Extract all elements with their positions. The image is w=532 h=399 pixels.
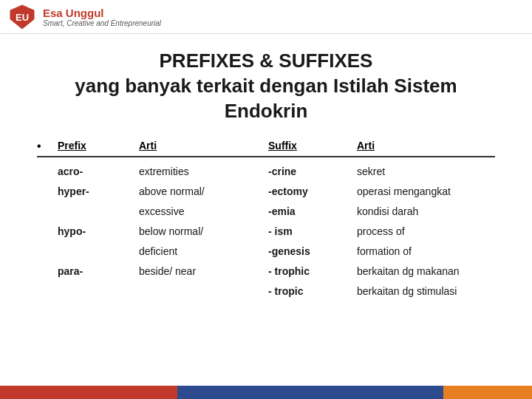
suffix-cell: - ism: [268, 224, 357, 239]
suffix-cell: -ectomy: [268, 184, 357, 200]
bullet-col-header: •: [37, 140, 58, 153]
prefix-cell: acro-: [58, 164, 139, 180]
footer-orange: [443, 386, 532, 399]
table-row: excessive -emia kondisi darah: [37, 202, 495, 222]
table-row: - tropic berkaitan dg stimulasi: [37, 282, 495, 301]
arti2-cell: berkaitan dg stimulasi: [357, 284, 495, 299]
arti2-cell: operasi mengangkat: [357, 184, 495, 200]
table-row: para- beside/ near - trophic berkaitan d…: [37, 262, 495, 282]
table-row: hyper- above normal/ -ectomy operasi men…: [37, 182, 495, 202]
prefix-cell: para-: [58, 264, 139, 279]
suffix-cell: -genesis: [268, 244, 357, 259]
arti1-cell: deficient: [139, 244, 268, 259]
col-suffix-header: Suffix: [268, 140, 357, 153]
title-line3: Endokrin: [37, 99, 495, 124]
suffix-cell: - trophic: [268, 264, 357, 279]
logo-icon: EU: [9, 4, 35, 30]
table-body: acro- extremities -crine sekret hyper- a…: [37, 162, 495, 301]
suffix-cell: -emia: [268, 204, 357, 219]
table-row: deficient -genesis formation of: [37, 242, 495, 262]
table-row: acro- extremities -crine sekret: [37, 162, 495, 182]
main-content: PREFIXES & SUFFIXES yang banyak terkait …: [0, 34, 532, 316]
tagline: Smart, Creative and Entrepreneurial: [43, 19, 161, 27]
col-arti1-header: Arti: [139, 140, 268, 153]
footer-blue: [177, 386, 443, 399]
slide-title: PREFIXES & SUFFIXES yang banyak terkait …: [37, 49, 495, 123]
table-header-row: • Prefix Arti Suffix Arti: [37, 140, 495, 157]
arti2-cell: process of: [357, 224, 495, 239]
arti1-cell: extremities: [139, 164, 268, 180]
title-line1: PREFIXES & SUFFIXES: [37, 49, 495, 74]
logo-area: EU Esa Unggul Smart, Creative and Entrep…: [9, 4, 161, 30]
prefix-cell: hypo-: [58, 224, 139, 239]
arti2-cell: formation of: [357, 244, 495, 259]
logo-text-group: Esa Unggul Smart, Creative and Entrepren…: [43, 7, 161, 27]
suffix-cell: -crine: [268, 164, 357, 180]
arti1-cell: below normal/: [139, 224, 268, 239]
svg-text:EU: EU: [16, 12, 29, 23]
footer-bar: [0, 386, 532, 399]
arti1-cell: beside/ near: [139, 264, 268, 279]
arti2-cell: sekret: [357, 164, 495, 180]
arti2-cell: kondisi darah: [357, 204, 495, 219]
suffix-cell: - tropic: [268, 284, 357, 299]
table: • Prefix Arti Suffix Arti acro- extremit…: [37, 140, 495, 301]
arti2-cell: berkaitan dg makanan: [357, 264, 495, 279]
prefix-cell: hyper-: [58, 184, 139, 200]
logo-name: Esa Unggul: [43, 7, 161, 19]
table-row: hypo- below normal/ - ism process of: [37, 222, 495, 242]
title-line2: yang banyak terkait dengan Istilah Siste…: [37, 74, 495, 99]
col-arti2-header: Arti: [357, 140, 495, 153]
header: EU Esa Unggul Smart, Creative and Entrep…: [0, 0, 532, 34]
col-prefix-header: Prefix: [58, 140, 139, 153]
arti1-cell: excessive: [139, 204, 268, 219]
arti1-cell: above normal/: [139, 184, 268, 200]
footer-red: [0, 386, 177, 399]
